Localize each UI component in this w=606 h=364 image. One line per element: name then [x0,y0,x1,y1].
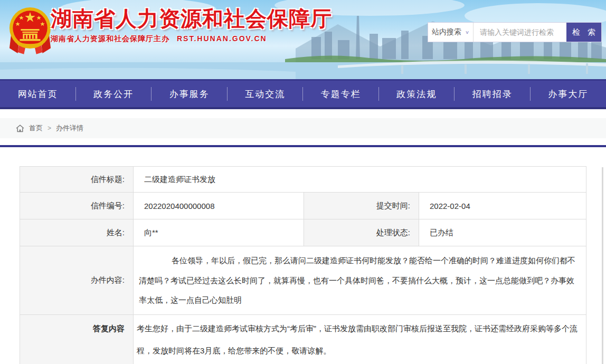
search-button[interactable]: 检 索 [566,23,601,42]
site-search: 站内搜索 ∨ 检 索 [428,22,602,42]
name-label: 姓名: [20,219,134,246]
table-row-name-status: 姓名: 向** 处理状态: 已办结 [20,219,586,246]
reply-content-value: 考生您好，由于二级建造师考试审核方式为“考后审”，证书发放需由职改部门审核后报送… [134,314,586,364]
chevron-down-icon: ∨ [465,30,469,35]
submit-time-value: 2022-02-04 [419,193,586,219]
breadcrumb-home[interactable]: 首页 [29,123,43,133]
site-title: 湖南省人力资源和社会保障厅 [51,7,332,30]
submit-time-label: 提交时间: [304,193,419,219]
table-row-content: 办件内容: 各位领导，年以后，假已完，那么请问二级建造师证书何时能发放？能否给一… [20,246,586,315]
nav-item-home[interactable]: 网站首页 [0,81,76,107]
nav-item-services[interactable]: 办事服务 [152,81,228,107]
content-value: 各位领导，年以后，假已完，那么请问二级建造师证书何时能发放？能否给一个准确的时间… [134,246,586,315]
breadcrumb: 首页 > 办件详情 [0,118,606,138]
main-content: 信件标题: 二级建造师证书发放 信件编号: 2022020400000008 提… [0,166,606,364]
nav-item-gov-info[interactable]: 政务公开 [76,81,152,107]
status-value: 已办结 [419,219,586,246]
content-label: 办件内容: [20,246,134,315]
reply-content-label: 答复内容 [20,314,134,364]
site-domain: RST.HUNAN.GOV.CN [177,34,267,43]
table-row-letter-title: 信件标题: 二级建造师证书发放 [20,167,586,193]
content-top-divider [0,145,606,147]
search-scope-label: 站内搜索 [432,27,461,37]
site-subtitle: 湖南省人力资源和社会保障厅主办RST.HUNAN.GOV.CN [51,34,332,44]
search-scope-select[interactable]: 站内搜索 ∨ [428,23,474,42]
table-row-reply-content: 答复内容 考生您好，由于二级建造师考试审核方式为“考后审”，证书发放需由职改部门… [20,314,586,364]
detail-table: 信件标题: 二级建造师证书发放 信件编号: 2022020400000008 提… [20,166,586,364]
table-row-letter-number: 信件编号: 2022020400000008 提交时间: 2022-02-04 [20,193,586,219]
name-value: 向** [134,219,304,246]
national-emblem-logo[interactable] [8,4,52,55]
scrollbar[interactable] [602,167,603,364]
status-label: 处理状态: [304,219,419,246]
home-icon[interactable] [16,124,24,132]
search-input[interactable] [474,23,566,42]
letter-title-value: 二级建造师证书发放 [134,167,586,193]
nav-item-service-hall[interactable]: 办事大厅 [531,81,606,107]
letter-title-label: 信件标题: [20,167,134,193]
main-nav: 网站首页 政务公开 办事服务 互动交流 专题专栏 政策法规 招聘招录 办事大厅 [0,79,606,109]
site-identity: 湖南省人力资源和社会保障厅 湖南省人力资源和社会保障厅主办RST.HUNAN.G… [51,7,332,44]
nav-item-special-topics[interactable]: 专题专栏 [303,81,379,107]
nav-item-interaction[interactable]: 互动交流 [228,81,304,107]
nav-item-recruitment[interactable]: 招聘招录 [454,81,531,107]
breadcrumb-current: 办件详情 [56,123,83,133]
nav-item-policies[interactable]: 政策法规 [379,81,455,107]
site-header: 湖南省人力资源和社会保障厅 湖南省人力资源和社会保障厅主办RST.HUNAN.G… [0,0,606,79]
letter-number-value: 2022020400000008 [134,193,304,219]
letter-number-label: 信件编号: [20,193,134,219]
breadcrumb-separator: > [48,124,51,132]
site-sponsor: 湖南省人力资源和社会保障厅主办 [51,34,169,43]
